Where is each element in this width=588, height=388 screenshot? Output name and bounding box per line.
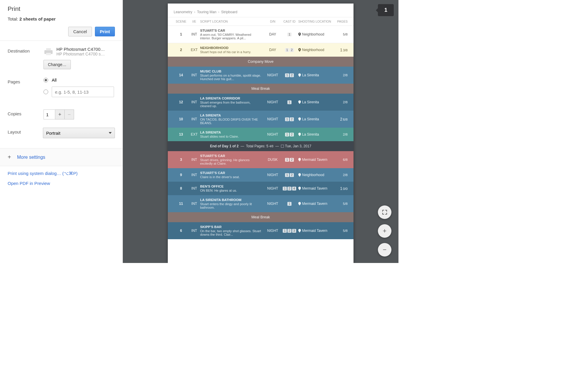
script-location: SKIPP'S BAROn the bar, two empty shot gl… [200,225,265,236]
cast-ids: 12 [281,73,298,77]
dn-value: NIGHT [265,73,281,77]
pages-label: Pages [8,77,43,84]
col-script-location: SCRIPT LOCATION [200,20,265,23]
total-value: 2 sheets of paper [19,16,56,21]
dn-value: NIGHT [265,173,281,177]
dn-value: DUSK [265,158,281,162]
copies-increment[interactable]: + [55,109,65,119]
svg-point-11 [299,188,300,188]
plus-icon: + [8,154,12,161]
pages-range-input[interactable] [52,87,114,97]
scene-number: 2 [174,48,188,52]
shooting-location: Neighborhood [298,48,334,52]
cancel-button[interactable]: Cancel [68,27,92,36]
scene-number: 8 [174,186,188,190]
shooting-location: Mermaid Tavern [298,229,334,233]
cast-ids: 123 [281,229,298,233]
dn-value: NIGHT [265,229,281,233]
dn-value: DAY [265,48,281,52]
copies-input[interactable] [43,109,55,119]
svg-point-8 [299,134,300,134]
pages-range-radio[interactable] [43,90,48,94]
breadcrumb-item: Stripboard [221,10,237,14]
system-dialog-link[interactable]: Print using system dialog… (⌥⌘P) [8,171,115,176]
location-pin-icon [298,202,301,206]
cast-ids: 12 [281,132,298,136]
cast-ids: 12 [281,173,298,177]
shooting-location: La Sirenita [298,73,334,77]
col-pages: PAGES [334,20,348,23]
cast-chip: 1 [285,48,289,52]
layout-setting: Layout Portrait [8,122,115,145]
location-pin-icon [298,73,301,77]
col-cast: CAST ID [281,20,298,23]
breadcrumb-item: Touring Man [197,10,216,14]
fit-page-button[interactable] [378,205,391,219]
cast-chip: 2 [290,117,294,121]
print-button[interactable]: Print [95,27,115,36]
ie-value: INT [188,229,200,233]
cast-ids: 12 [281,117,298,121]
location-pin-icon [298,100,301,104]
layout-select[interactable]: Portrait [43,128,115,138]
layout-value: Portrait [46,131,60,136]
preview-area: 1 Leanometry›Touring Man›Stripboard SCEN… [123,0,398,263]
cast-ids: 1 [281,202,298,206]
banner-row: Meal Break [168,212,354,222]
print-sidebar: Print Total: 2 sheets of paper Cancel Pr… [0,0,123,263]
col-dn: D/N [265,20,281,23]
script-location: LA SIRENITA CORRIDORStuart emerges from … [200,97,265,108]
cast-chip: 1 [285,73,289,77]
banner-row: Company Move [168,57,354,67]
cast-chip: 1 [285,158,289,162]
open-pdf-link[interactable]: Open PDF in Preview [8,181,115,186]
printer-subtext: HP Photosmart C4700 s… [56,52,105,56]
pages-value: 10/0 [334,186,348,191]
shooting-location: Neighborhood [298,173,334,177]
change-destination-button[interactable]: Change… [43,60,71,69]
cast-chip: 2 [290,133,294,136]
printer-icon [43,48,53,56]
cast-ids: 12 [281,158,298,162]
col-scene: SCENE [174,20,188,23]
cast-ids: 12 [281,48,298,52]
pages-value: 26/8 [334,117,348,122]
cast-chip: 2 [290,73,294,77]
destination-setting: Destination HP Photosmart C4700… HP Phot… [8,41,115,72]
svg-point-7 [299,118,300,119]
script-location: STUART'S CARClaire is in the driver's se… [200,171,265,179]
shooting-location: La Sirenita [298,100,334,104]
ie-value: INT [188,73,200,77]
scene-number: 1 [174,32,188,36]
script-location: BEN'S OFFICEON BEN: He glares at us. [200,185,265,192]
shooting-location: La Sirenita [298,117,334,121]
total-prefix: Total: [8,16,19,21]
cast-chip: 1 [285,173,289,177]
chevron-down-icon [109,132,112,134]
cast-chip: 2 [290,158,294,162]
banner-row: Meal Break [168,84,354,94]
pages-all-radio[interactable] [43,78,48,82]
destination-label: Destination [8,47,43,53]
copies-setting: Copies + − [8,104,115,122]
breadcrumb-item: Leanometry [174,10,192,14]
page-indicator: 1 [378,4,394,16]
ie-value: INT [188,32,200,36]
cast-chip: 1 [285,117,289,121]
pages-value: 5/8 [334,202,348,205]
ie-value: EXT [188,132,200,136]
pages-value: 2/8 [334,100,348,104]
scene-number: 9 [174,173,188,177]
strip-row: 2EXTNEIGHBORHOODStuart hops out of his c… [168,43,354,57]
zoom-in-button[interactable]: + [378,224,391,238]
zoom-out-button[interactable]: − [378,243,391,257]
copies-decrement[interactable]: − [65,109,74,119]
script-location: STUART'S CARA worn-out, '93 CAMRY. Weath… [200,29,265,40]
more-settings-row[interactable]: + More settings [0,148,123,166]
strip-row: 13EXTLA SIRENITAStuart slides next to Cl… [168,128,354,141]
cast-chip: 3 [292,229,296,233]
pages-value: 6/8 [334,158,348,161]
svg-rect-1 [46,48,51,50]
svg-point-12 [299,203,300,204]
col-shooting-location: SHOOTING LOCATION [298,20,334,23]
